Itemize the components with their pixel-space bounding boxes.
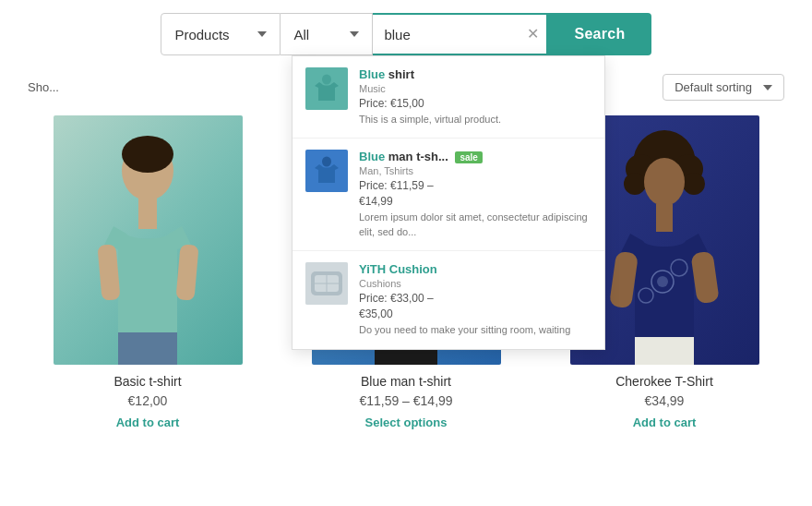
svg-rect-14 bbox=[118, 332, 177, 365]
svg-point-3 bbox=[322, 157, 331, 167]
suggestion-cat-man: Man, Tshirts bbox=[359, 165, 591, 176]
add-to-cart-basic-tshirt[interactable]: Add to cart bbox=[116, 416, 180, 429]
svg-rect-32 bbox=[656, 204, 673, 232]
product-card-basic-tshirt: Basic t-shirt €12,00 Add to cart bbox=[54, 115, 243, 430]
all-label: All bbox=[293, 27, 309, 42]
clear-icon[interactable]: ✕ bbox=[527, 27, 539, 42]
search-input-wrapper: ✕ bbox=[373, 13, 548, 55]
suggestion-item-cushion[interactable]: YiTH Cushion Cushions Price: €33,00 – €3… bbox=[293, 251, 604, 348]
svg-point-34 bbox=[657, 276, 668, 287]
all-chevron-icon bbox=[350, 31, 359, 37]
header-bar: Products All ✕ Search bbox=[0, 0, 812, 68]
suggestion-cat-music: Music bbox=[359, 83, 591, 94]
show-results-text: Sho... bbox=[28, 80, 59, 94]
products-chevron-icon bbox=[257, 31, 267, 37]
product-price-cherokee: €34,99 bbox=[570, 393, 759, 408]
suggestion-cat-cushions: Cushions bbox=[359, 278, 591, 289]
title-rest-2: man t-sh... bbox=[385, 150, 448, 163]
suggestion-thumb-blue-man bbox=[305, 150, 348, 192]
product-price-blue-man: €11,59 – €14,99 bbox=[312, 393, 501, 408]
title-rest: shirt bbox=[385, 67, 414, 81]
svg-rect-38 bbox=[690, 251, 719, 305]
suggestion-title-blue-shirt: Blue shirt bbox=[359, 67, 591, 81]
suggestion-price-2: Price: €11,59 – bbox=[359, 179, 591, 192]
svg-rect-13 bbox=[138, 197, 157, 229]
svg-point-29 bbox=[624, 173, 646, 195]
add-to-cart-cherokee[interactable]: Add to cart bbox=[633, 416, 697, 429]
suggestion-thumb-cushion bbox=[305, 262, 348, 305]
products-label: Products bbox=[174, 27, 229, 42]
product-price-basic-tshirt: €12,00 bbox=[54, 393, 243, 408]
suggestion-title-blue-man: Blue man t-sh... sale bbox=[359, 150, 591, 163]
suggestion-price-3: Price: €33,00 – bbox=[359, 292, 591, 305]
suggestion-price-2b: €14,99 bbox=[359, 195, 591, 208]
product-name-cherokee: Cherokee T-Shirt bbox=[570, 374, 759, 389]
search-input[interactable] bbox=[373, 13, 548, 55]
search-suggestions-dropdown: Blue shirt Music Price: €15,00 This is a… bbox=[292, 55, 605, 350]
suggestion-desc-3: Do you need to make your sitting room, w… bbox=[359, 323, 591, 337]
suggestion-price-3b: €35,00 bbox=[359, 307, 591, 320]
title-yith: YiTH Cushion bbox=[359, 262, 437, 276]
title-highlight-2: Blue bbox=[359, 150, 385, 163]
suggestion-info-cushion: YiTH Cushion Cushions Price: €33,00 – €3… bbox=[359, 262, 591, 337]
svg-rect-12 bbox=[175, 244, 198, 301]
svg-point-1 bbox=[322, 75, 331, 85]
suggestion-thumb-blue-shirt bbox=[305, 67, 348, 110]
suggestion-info-blue-shirt: Blue shirt Music Price: €15,00 This is a… bbox=[359, 67, 591, 126]
product-image-basic-tshirt bbox=[54, 115, 243, 365]
svg-point-31 bbox=[644, 158, 685, 206]
suggestion-item-blue-man[interactable]: Blue man t-sh... sale Man, Tshirts Price… bbox=[293, 139, 604, 251]
sale-badge: sale bbox=[455, 151, 482, 163]
select-options-blue-man[interactable]: Select options bbox=[365, 416, 448, 429]
svg-rect-11 bbox=[97, 244, 120, 301]
sort-chevron-icon bbox=[763, 85, 772, 90]
search-button[interactable]: Search bbox=[548, 13, 651, 55]
suggestion-desc-1: This is a simple, virtual product. bbox=[359, 113, 591, 126]
product-name-blue-man: Blue man t-shirt bbox=[312, 374, 501, 389]
svg-rect-37 bbox=[608, 251, 638, 309]
suggestion-title-cushion: YiTH Cushion bbox=[359, 262, 591, 276]
page-wrapper: Products All ✕ Search bbox=[0, 0, 812, 506]
suggestion-price-1: Price: €15,00 bbox=[359, 97, 591, 110]
svg-point-30 bbox=[683, 173, 705, 195]
products-dropdown[interactable]: Products bbox=[161, 13, 281, 55]
sort-dropdown[interactable]: Default sorting bbox=[663, 74, 784, 101]
title-highlight: Blue bbox=[359, 67, 385, 81]
svg-rect-39 bbox=[635, 337, 694, 365]
product-name-basic-tshirt: Basic t-shirt bbox=[54, 374, 243, 389]
svg-point-10 bbox=[122, 136, 173, 173]
suggestion-desc-2: Lorem ipsum dolor sit amet, consectetur … bbox=[359, 211, 591, 239]
sort-label: Default sorting bbox=[675, 80, 752, 94]
suggestion-item-blue-shirt[interactable]: Blue shirt Music Price: €15,00 This is a… bbox=[293, 56, 604, 139]
all-dropdown[interactable]: All bbox=[281, 13, 373, 55]
suggestion-info-blue-man: Blue man t-sh... sale Man, Tshirts Price… bbox=[359, 150, 591, 239]
